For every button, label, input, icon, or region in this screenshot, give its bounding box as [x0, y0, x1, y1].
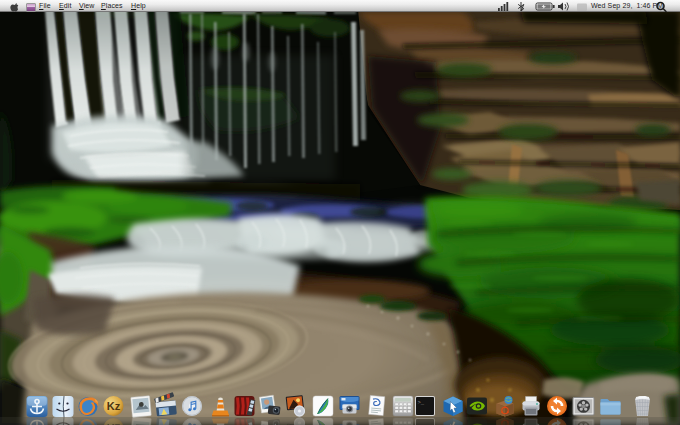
svg-text:Kz: Kz — [107, 400, 121, 412]
svg-text:>_: >_ — [418, 399, 425, 406]
